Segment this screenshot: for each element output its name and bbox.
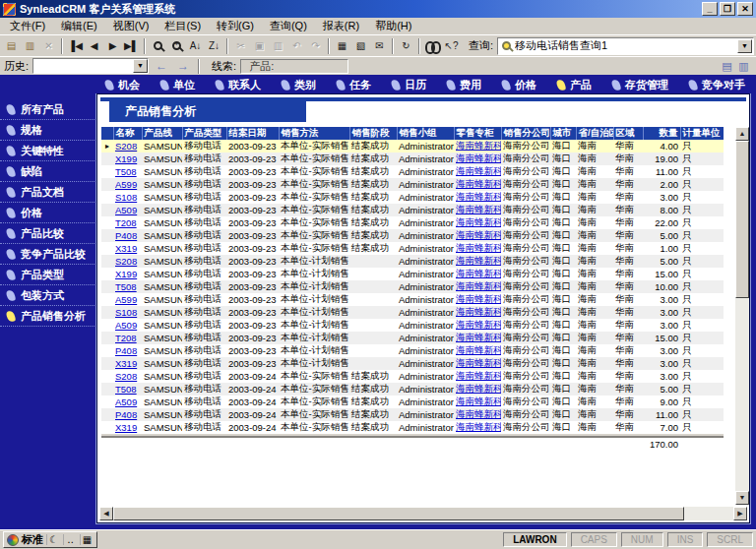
table-row[interactable]: P408SAMSUNG移动电话2003-09-23本单位-实际销售结案成功Adm… bbox=[101, 229, 724, 242]
minimize-button[interactable]: _ bbox=[702, 2, 718, 16]
row-selector[interactable] bbox=[101, 383, 113, 396]
retail-counter-link[interactable]: 海南蜂新科 bbox=[456, 152, 501, 163]
vertical-scroll-thumb[interactable] bbox=[735, 141, 749, 298]
retail-counter-link[interactable]: 海南蜂新科 bbox=[456, 306, 501, 317]
tab-单位[interactable]: 单位 bbox=[154, 77, 207, 94]
product-name-link[interactable]: A509 bbox=[115, 396, 137, 407]
scroll-up-button[interactable]: ▲ bbox=[735, 127, 749, 141]
edit-record-button[interactable]: ▥ bbox=[21, 37, 39, 55]
sidebar-item-包装方式[interactable]: 包装方式 bbox=[0, 285, 96, 306]
product-name-link[interactable]: X319 bbox=[115, 422, 137, 433]
table-row[interactable]: T508SAMSUNG移动电话2003-09-24本单位-实际销售结案成功Adm… bbox=[101, 383, 724, 396]
row-selector[interactable] bbox=[101, 229, 113, 242]
horizontal-scroll-thumb[interactable] bbox=[113, 507, 684, 520]
first-record-button[interactable]: ▐◀ bbox=[66, 37, 85, 55]
retail-counter-link[interactable]: 海南蜂新科 bbox=[456, 165, 501, 176]
table-row[interactable]: T508SAMSUNG移动电话2003-09-23本单位-实际销售结案成功Adm… bbox=[101, 165, 724, 178]
ime-softkeyboard-icon[interactable]: ▦ bbox=[80, 534, 94, 545]
retail-counter-link[interactable]: 海南蜂新科 bbox=[456, 216, 501, 227]
tab-日历[interactable]: 日历 bbox=[385, 77, 438, 94]
product-name-link[interactable]: X199 bbox=[115, 153, 137, 164]
table-row[interactable]: P408SAMSUNG移动电话2003-09-23本单位-计划销售Adminis… bbox=[101, 344, 724, 357]
retail-counter-link[interactable]: 海南蜂新科 bbox=[456, 370, 501, 381]
row-selector[interactable] bbox=[101, 165, 113, 178]
table-row[interactable]: A599SAMSUNG移动电话2003-09-23本单位-实际销售结案成功Adm… bbox=[101, 178, 724, 191]
horizontal-scroll-track[interactable] bbox=[113, 507, 733, 520]
retail-counter-link[interactable]: 海南蜂新科 bbox=[456, 191, 501, 202]
new-record-button[interactable]: ▤ bbox=[2, 37, 21, 55]
menu-item[interactable]: 查询(Q) bbox=[262, 17, 315, 35]
tab-费用[interactable]: 费用 bbox=[440, 77, 493, 94]
table-row[interactable]: X319SAMSUNG移动电话2003-09-23本单位-实际销售结案成功Adm… bbox=[101, 242, 724, 255]
table-row[interactable]: T508SAMSUNG移动电话2003-09-23本单位-计划销售Adminis… bbox=[101, 280, 724, 293]
tab-类别[interactable]: 类别 bbox=[275, 77, 328, 94]
search-button[interactable] bbox=[149, 37, 167, 55]
column-header-产品线[interactable]: 产品线 bbox=[142, 127, 182, 140]
help-pointer-button[interactable]: ↖? bbox=[442, 37, 461, 55]
scroll-right-button[interactable]: ▶ bbox=[733, 507, 747, 520]
tab-产品[interactable]: 产品 bbox=[550, 77, 603, 94]
table-row[interactable]: A599SAMSUNG移动电话2003-09-23本单位-计划销售Adminis… bbox=[101, 293, 724, 306]
row-selector[interactable] bbox=[101, 319, 113, 332]
tab-联系人[interactable]: 联系人 bbox=[209, 77, 273, 94]
scroll-left-button[interactable]: ◀ bbox=[99, 507, 113, 520]
ime-mode-label[interactable]: 标准 bbox=[22, 532, 43, 547]
row-selector[interactable] bbox=[101, 357, 113, 370]
column-header-省/自治区[interactable]: 省/自治区 bbox=[576, 127, 613, 140]
history-combobox[interactable]: ▼ bbox=[32, 58, 149, 74]
retail-counter-link[interactable]: 海南蜂新科 bbox=[456, 140, 501, 151]
query-combobox[interactable]: 移动电话销售查询1 ▼ bbox=[497, 37, 754, 55]
retail-counter-link[interactable]: 海南蜂新科 bbox=[456, 204, 501, 214]
ime-fullhalf-icon[interactable]: ☾ bbox=[46, 534, 60, 545]
row-selector[interactable] bbox=[101, 408, 113, 421]
product-name-link[interactable]: T508 bbox=[115, 166, 137, 177]
report-view-icon[interactable]: ▤ bbox=[719, 58, 735, 74]
table-row[interactable]: X319SAMSUNG移动电话2003-09-24本单位-实际销售结案成功Adm… bbox=[101, 421, 724, 436]
table-row[interactable]: S108SAMSUNG移动电话2003-09-23本单位-计划销售Adminis… bbox=[101, 306, 724, 319]
retail-counter-link[interactable]: 海南蜂新科 bbox=[456, 178, 501, 189]
retail-counter-link[interactable]: 海南蜂新科 bbox=[456, 229, 501, 240]
product-name-link[interactable]: X319 bbox=[115, 358, 137, 369]
row-selector[interactable] bbox=[101, 280, 113, 293]
row-selector[interactable] bbox=[101, 255, 113, 268]
product-name-link[interactable]: P408 bbox=[115, 230, 137, 241]
history-dropdown-button[interactable]: ▼ bbox=[133, 59, 148, 73]
table-row[interactable]: T208SAMSUNG移动电话2003-09-23本单位-计划销售Adminis… bbox=[101, 332, 724, 344]
table-row[interactable]: A509SAMSUNG移动电话2003-09-24本单位-实际销售结案成功Adm… bbox=[101, 396, 724, 408]
sidebar-item-价格[interactable]: 价格 bbox=[0, 203, 96, 223]
product-name-link[interactable]: A509 bbox=[115, 205, 137, 215]
menu-item[interactable]: 文件(F) bbox=[2, 17, 53, 35]
menu-item[interactable]: 报表(R) bbox=[315, 17, 367, 35]
retail-counter-link[interactable]: 海南蜂新科 bbox=[456, 332, 501, 342]
retail-counter-link[interactable]: 海南蜂新科 bbox=[456, 396, 501, 406]
column-header-数量[interactable]: 数量 bbox=[643, 127, 680, 140]
table-row[interactable]: T208SAMSUNG移动电话2003-09-23本单位-实际销售结案成功Adm… bbox=[101, 216, 724, 229]
history-forward-button[interactable]: → bbox=[174, 58, 192, 74]
product-name-link[interactable]: X199 bbox=[115, 269, 137, 279]
retail-counter-link[interactable]: 海南蜂新科 bbox=[456, 383, 501, 394]
product-name-link[interactable]: S208 bbox=[115, 371, 137, 382]
table-row[interactable]: ▸S208SAMSUNG移动电话2003-09-23本单位-实际销售结案成功Ad… bbox=[101, 140, 724, 152]
tab-竞争对手[interactable]: 竞争对手 bbox=[682, 77, 756, 94]
column-header-区域[interactable]: 区域 bbox=[613, 127, 643, 140]
retail-counter-link[interactable]: 海南蜂新科 bbox=[456, 268, 501, 278]
scroll-down-button[interactable]: ▼ bbox=[735, 491, 749, 505]
row-selector[interactable] bbox=[101, 152, 113, 165]
sort-ascending-button[interactable]: A↓ bbox=[186, 37, 205, 55]
sidebar-item-所有产品[interactable]: 所有产品 bbox=[0, 99, 96, 120]
product-name-link[interactable]: S108 bbox=[115, 307, 137, 318]
row-selector[interactable] bbox=[101, 178, 113, 191]
row-selector[interactable] bbox=[101, 344, 113, 357]
row-selector[interactable] bbox=[101, 268, 113, 280]
next-record-button[interactable]: ▶ bbox=[103, 37, 122, 55]
table-row[interactable]: S208SAMSUNG移动电话2003-09-23本单位-计划销售Adminis… bbox=[101, 255, 724, 268]
close-button[interactable]: ✕ bbox=[737, 2, 753, 16]
sort-descending-button[interactable]: Z↓ bbox=[205, 37, 223, 55]
ime-punctuation-icon[interactable]: ‥ bbox=[63, 534, 77, 545]
table-row[interactable]: A509SAMSUNG移动电话2003-09-23本单位-计划销售Adminis… bbox=[101, 319, 724, 332]
column-header-销售分公司[interactable]: 销售分公司 bbox=[501, 127, 550, 140]
zoom-record-button[interactable] bbox=[167, 37, 186, 55]
product-name-link[interactable]: P408 bbox=[115, 345, 137, 356]
vertical-scroll-track[interactable] bbox=[735, 141, 749, 491]
retail-counter-link[interactable]: 海南蜂新科 bbox=[456, 357, 501, 368]
